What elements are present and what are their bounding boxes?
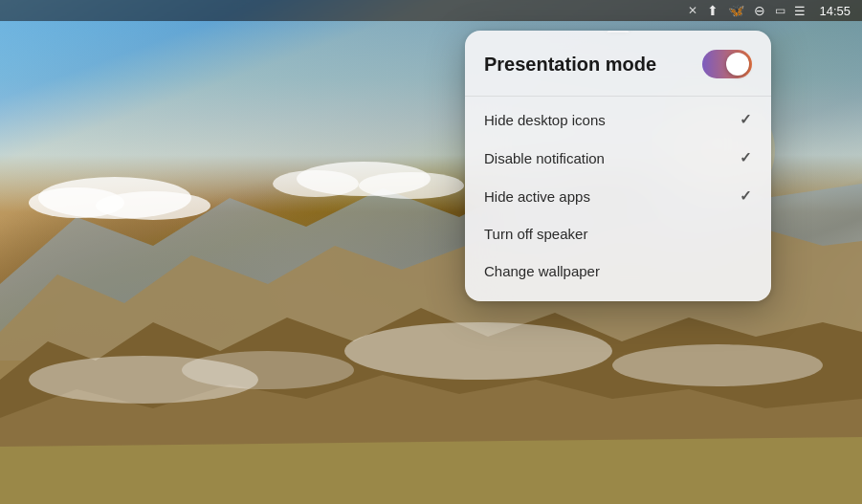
toggle-track (702, 50, 752, 78)
battery-icon: ▭ (775, 4, 785, 17)
option-disable-notification[interactable]: Disable notification ✓ (465, 139, 771, 177)
wifi-off-icon: ✕ (688, 4, 697, 17)
option-label-change-wallpaper: Change wallpaper (484, 263, 600, 279)
svg-point-8 (273, 170, 359, 197)
svg-point-6 (96, 191, 210, 220)
option-turn-off-speaker[interactable]: Turn off speaker (465, 215, 771, 252)
option-check-disable-notification: ✓ (740, 149, 752, 166)
option-label-hide-active-apps: Hide active apps (484, 188, 590, 205)
option-hide-desktop-icons[interactable]: Hide desktop icons ✓ (465, 100, 771, 139)
system-menu-icon: ☰ (794, 4, 806, 18)
svg-point-1 (182, 351, 354, 389)
svg-point-9 (359, 172, 464, 199)
svg-point-3 (612, 344, 823, 386)
do-not-disturb-icon: ⊖ (754, 3, 765, 18)
toggle-thumb (726, 53, 749, 76)
popup-header: Presentation mode (465, 31, 771, 97)
option-label-turn-off-speaker: Turn off speaker (484, 226, 587, 242)
option-hide-active-apps[interactable]: Hide active apps ✓ (465, 177, 771, 215)
menubar: ✕ ⬆ 🦋 ⊖ ▭ ☰ 14:55 (0, 0, 862, 21)
option-label-disable-notification: Disable notification (484, 150, 605, 166)
options-list: Hide desktop icons ✓ Disable notificatio… (465, 97, 771, 294)
clock-display: 14:55 (819, 4, 851, 18)
upload-icon: ⬆ (707, 3, 718, 18)
popup-title: Presentation mode (484, 54, 656, 76)
presentation-mode-popup: Presentation mode Hide desktop icons ✓ D… (465, 31, 771, 301)
option-check-hide-active-apps: ✓ (740, 187, 752, 205)
svg-point-2 (344, 322, 612, 380)
presentation-mode-toggle[interactable] (702, 50, 752, 78)
option-change-wallpaper[interactable]: Change wallpaper (465, 252, 771, 290)
butterfly-icon: 🦋 (728, 3, 744, 18)
option-label-hide-desktop-icons: Hide desktop icons (484, 112, 606, 128)
menubar-icons: ✕ ⬆ 🦋 ⊖ ▭ ☰ 14:55 (688, 3, 851, 18)
option-check-hide-desktop-icons: ✓ (740, 111, 752, 128)
